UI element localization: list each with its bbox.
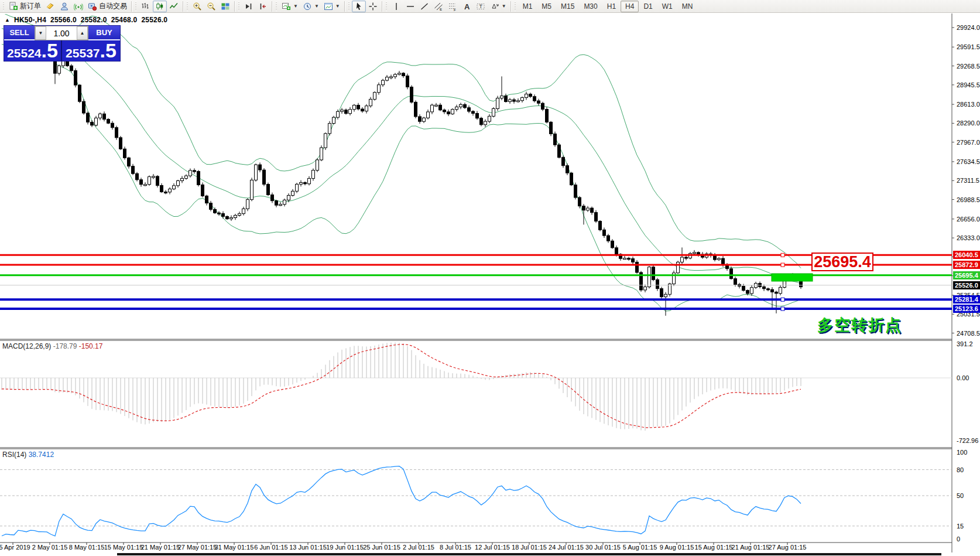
dropdown-caret-icon: ▼: [502, 4, 506, 9]
toolbar-grip: [238, 2, 241, 11]
supply-zone-rect[interactable]: [772, 274, 813, 281]
toolbar-grip: [186, 2, 189, 11]
autotrade-icon: [88, 2, 97, 11]
line-handle[interactable]: [781, 263, 784, 267]
line-handle[interactable]: [781, 307, 784, 311]
rsi-value: 38.7412: [29, 451, 54, 459]
volume-down-button[interactable]: ▼: [35, 26, 46, 40]
time-label: 24 Jul 01:15: [549, 544, 584, 551]
price-tick-29268.5: 29268.5: [957, 63, 980, 70]
timeframe-m1[interactable]: M1: [518, 1, 537, 12]
time-label: 12 Jul 01:15: [475, 544, 510, 551]
rsi-tick-50: 50: [957, 492, 964, 499]
price-callout-label[interactable]: 25695.4: [811, 253, 873, 271]
volume-up-button[interactable]: ▲: [77, 26, 88, 40]
channel-button[interactable]: E: [431, 1, 446, 12]
timeframe-h4[interactable]: H4: [621, 1, 639, 12]
buy-price-main: 25537: [66, 47, 100, 59]
chart-shift-button[interactable]: [256, 1, 270, 12]
trendline-button[interactable]: [417, 1, 431, 12]
shift-icon: [258, 2, 268, 11]
panel-collapse-arrow[interactable]: ▲: [5, 17, 10, 23]
periods-icon: [303, 2, 312, 11]
macd-tick--722.96: -722.96: [957, 437, 978, 444]
cursor-button[interactable]: [352, 1, 366, 12]
line-chart-button[interactable]: [167, 1, 181, 12]
sell-button[interactable]: SELL: [4, 26, 35, 40]
line-handle[interactable]: [781, 253, 784, 257]
text-button[interactable]: A: [460, 1, 474, 12]
toolbar-separator: [344, 1, 345, 12]
signals-icon: [74, 2, 83, 11]
toolbar-separator: [510, 1, 511, 12]
crosshair-button[interactable]: [366, 1, 380, 12]
buy-price[interactable]: 25537 .5: [62, 40, 120, 61]
timeframe-d1[interactable]: D1: [639, 1, 657, 12]
candles-icon: [155, 2, 165, 11]
candlestick-button[interactable]: [153, 1, 167, 12]
line-handle[interactable]: [781, 298, 784, 301]
sell-price-main: 25524: [7, 47, 41, 59]
signals-button[interactable]: [71, 1, 85, 12]
time-label: 8 Jul 01:15: [440, 544, 471, 551]
buy-button[interactable]: BUY: [88, 26, 120, 40]
volume-input[interactable]: 1.00: [46, 26, 77, 40]
time-label: 27 Aug 01:15: [769, 544, 807, 551]
chart-scrollbar[interactable]: [117, 553, 941, 555]
tline-icon: [420, 2, 429, 11]
dropdown-caret-icon: ▼: [293, 4, 298, 9]
time-label: 30 Jul 01:15: [585, 544, 621, 551]
timeframe-m5[interactable]: M5: [537, 1, 556, 12]
timeframe-m30[interactable]: M30: [579, 1, 602, 12]
auto-scroll-button[interactable]: [242, 1, 256, 12]
horizontal-line-button[interactable]: [403, 1, 417, 12]
new-order-button-label: 新订单: [20, 1, 41, 11]
periods-button[interactable]: ▼: [300, 1, 321, 12]
turning-point-annotation[interactable]: 多空转折点: [817, 315, 902, 336]
timeframe-m15[interactable]: M15: [556, 1, 579, 12]
label-icon: T: [476, 2, 485, 11]
rsi-tick-0: 0: [957, 535, 960, 543]
timeframe-w1[interactable]: W1: [657, 1, 677, 12]
shapes-button[interactable]: ▼: [488, 1, 509, 12]
zoom-out-button[interactable]: [204, 1, 218, 12]
time-label: 5 Aug 01:15: [623, 544, 657, 551]
main-toolbar: 新订单自动交易▼▼▼EFAT▼M1M5M15M30H1H4D1W1MN: [0, 0, 980, 13]
stickers-icon: [46, 2, 55, 11]
bars-icon: [141, 2, 150, 11]
time-label: 6 Jun 01:15: [254, 544, 288, 551]
chart-canvas[interactable]: [0, 13, 980, 556]
templates-button[interactable]: ▼: [321, 1, 342, 12]
new-order-button[interactable]: 新订单: [6, 1, 43, 12]
symbol-period-label: HK50-,H4: [14, 16, 46, 24]
price-tag-25872.9: 25872.9: [953, 261, 980, 269]
linechart-icon: [169, 2, 179, 11]
time-label: 8 May 01:15: [69, 544, 105, 551]
toolbar-separator: [234, 1, 235, 12]
dropdown-caret-icon: ▼: [335, 4, 340, 9]
profile-button[interactable]: [57, 1, 71, 12]
time-label: 21 Aug 01:15: [732, 544, 770, 551]
tile-windows-button[interactable]: [218, 1, 232, 12]
price-tick-26333.0: 26333.0: [957, 234, 980, 241]
ohlc-low: 25468.0: [111, 16, 138, 24]
stickers-button[interactable]: [43, 1, 57, 12]
macd-value-main: -178.79: [53, 342, 77, 350]
mt4-window: 新订单自动交易▼▼▼EFAT▼M1M5M15M30H1H4D1W1MN ▲ HK…: [0, 0, 980, 556]
vertical-line-button[interactable]: [389, 1, 403, 12]
new-chart-button[interactable]: ▼: [279, 1, 300, 12]
bar-chart-button[interactable]: [139, 1, 153, 12]
fibonacci-button[interactable]: F: [446, 1, 460, 12]
zoom-in-button[interactable]: [190, 1, 204, 12]
timeframe-mn[interactable]: MN: [677, 1, 698, 12]
zoom-in-icon: [193, 2, 202, 11]
toolbar-separator: [131, 1, 132, 12]
chart-window: ▲ HK50-,H4 25566.0 25582.0 25468.0 25526…: [0, 13, 980, 556]
time-label: 9 Aug 01:15: [660, 544, 694, 551]
ohlc-close: 25526.0: [141, 16, 167, 24]
timeframe-h1[interactable]: H1: [602, 1, 621, 12]
text-label-button[interactable]: T: [474, 1, 488, 12]
svg-text:T: T: [479, 4, 482, 9]
autotrade-button[interactable]: 自动交易: [85, 1, 129, 12]
sell-price[interactable]: 25524 .5: [4, 40, 62, 61]
